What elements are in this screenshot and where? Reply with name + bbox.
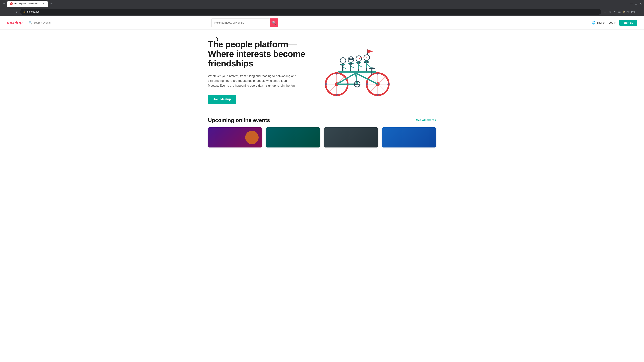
svg-marker-49 (368, 50, 373, 53)
event-card[interactable] (208, 127, 262, 147)
search-events-label: Search events (34, 21, 51, 24)
back-button[interactable]: ← (3, 9, 7, 14)
browser-addressbar: ← → ↻ 🔒 meetup.com ☐ ☆ ■ ▭ 🕵 Incognito ⋮ (0, 7, 644, 16)
incognito-label: Incognito (626, 10, 635, 13)
search-events-button[interactable]: 🔍 Search events (26, 19, 53, 26)
nav-right: 🌐 English Log in Sign up (592, 19, 637, 26)
close-button[interactable]: ✕ (639, 2, 642, 5)
hero-description: Whatever your interest, from hiking and … (208, 74, 298, 88)
hero-title: The people platform—Where interests beco… (208, 39, 308, 68)
extensions-icon[interactable]: ■ (613, 9, 616, 14)
event-card[interactable] (324, 127, 378, 147)
browser-tab-active[interactable]: m Meetup | Find Local Groups, Ev... ✕ (8, 1, 48, 7)
event-card-image (208, 127, 262, 147)
upcoming-events-section: Upcoming online events See all events (201, 110, 443, 147)
tab-favicon: m (10, 2, 13, 5)
svg-point-19 (388, 83, 389, 85)
minimize-button[interactable]: — (630, 2, 632, 5)
search-icon: 🔍 (28, 21, 32, 25)
event-card[interactable] (266, 127, 320, 147)
meetup-page: meetup 🔍 Search events 🔍 🌐 English Log i… (0, 16, 644, 362)
svg-line-20 (337, 73, 356, 84)
hero-section: The people platform—Where interests beco… (201, 29, 443, 110)
forward-button[interactable]: → (9, 9, 13, 14)
cast-icon[interactable]: ☐ (603, 9, 607, 14)
event-card-image (266, 127, 320, 147)
location-input-wrapper (211, 18, 270, 27)
join-meetup-button[interactable]: Join Meetup (208, 95, 236, 104)
svg-line-22 (356, 73, 357, 84)
browser-chrome: ▼ m Meetup | Find Local Groups, Ev... ✕ … (0, 0, 644, 16)
url-text: meetup.com (27, 10, 598, 13)
globe-icon: 🌐 (592, 21, 596, 25)
event-card-image (382, 127, 436, 147)
tab-close-button[interactable]: ✕ (42, 2, 45, 5)
hero-illustration (315, 45, 399, 98)
restore-button[interactable]: □ (634, 2, 637, 5)
tab-title: Meetup | Find Local Groups, Ev... (14, 2, 41, 5)
upcoming-title: Upcoming online events (208, 117, 270, 123)
event-card-image (324, 127, 378, 147)
logo-text: meetup (7, 20, 22, 25)
search-submit-icon: 🔍 (272, 21, 276, 25)
incognito-indicator: 🕵 Incognito (623, 10, 635, 13)
svg-point-16 (377, 73, 379, 75)
hero-bicycle-svg (317, 45, 398, 98)
svg-line-50 (366, 64, 372, 68)
split-view-icon[interactable]: ▭ (618, 9, 621, 14)
meetup-logo[interactable]: meetup (7, 20, 22, 25)
hero-content: The people platform—Where interests beco… (208, 39, 308, 104)
browser-titlebar: ▼ m Meetup | Find Local Groups, Ev... ✕ … (0, 0, 644, 7)
browser-tabs: m Meetup | Find Local Groups, Ev... ✕ + (8, 1, 630, 7)
svg-point-7 (336, 94, 338, 96)
refresh-button[interactable]: ↻ (15, 9, 18, 14)
bookmark-icon[interactable]: ☆ (608, 9, 612, 14)
svg-line-39 (343, 67, 346, 69)
svg-point-37 (340, 58, 346, 63)
svg-point-43 (356, 56, 362, 61)
tab-list-dropdown[interactable]: ▼ (2, 2, 6, 6)
login-button[interactable]: Log in (609, 21, 616, 24)
event-cards-row (208, 127, 436, 147)
svg-line-42 (351, 66, 354, 68)
svg-point-17 (377, 94, 379, 96)
language-selector[interactable]: 🌐 English (592, 21, 605, 25)
svg-point-8 (325, 83, 327, 85)
language-label: English (596, 21, 605, 24)
svg-point-34 (369, 67, 375, 69)
location-search-area: 🔍 (211, 18, 278, 27)
see-all-events-link[interactable]: See all events (416, 118, 436, 122)
svg-point-6 (336, 73, 338, 75)
location-input[interactable] (214, 21, 267, 24)
browser-toolbar-icons: ☐ ☆ ■ ▭ 🕵 Incognito ⋮ (603, 9, 641, 14)
svg-point-46 (364, 55, 370, 61)
new-tab-button[interactable]: + (49, 1, 54, 6)
browser-menu-button[interactable]: ⋮ (636, 9, 641, 14)
svg-point-18 (366, 83, 368, 85)
incognito-icon: 🕵 (623, 10, 626, 13)
event-card[interactable] (382, 127, 436, 147)
meetup-nav: meetup 🔍 Search events 🔍 🌐 English Log i… (0, 16, 644, 29)
svg-rect-24 (338, 71, 376, 73)
window-controls: — □ ✕ (630, 2, 642, 5)
signup-button[interactable]: Sign up (619, 19, 637, 26)
url-bar[interactable]: 🔒 meetup.com (20, 9, 601, 15)
location-search-button[interactable]: 🔍 (270, 18, 278, 27)
upcoming-header: Upcoming online events See all events (208, 117, 436, 123)
url-security-icon: 🔒 (23, 10, 26, 13)
svg-line-45 (359, 65, 362, 67)
